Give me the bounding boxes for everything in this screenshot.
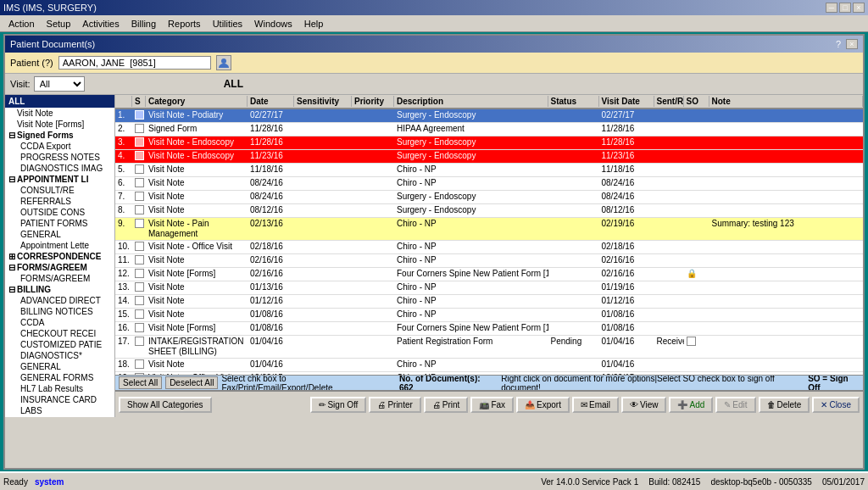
- app-close-button[interactable]: ×: [853, 3, 865, 13]
- row-num: 17.: [115, 336, 132, 358]
- sidebar-item-visit-note[interactable]: Visit Note: [5, 108, 114, 119]
- row-note: [709, 136, 864, 149]
- col-description[interactable]: Description: [394, 96, 548, 107]
- col-date[interactable]: Date: [248, 96, 294, 107]
- edit-button[interactable]: ✎ Edit: [715, 397, 755, 413]
- table-row[interactable]: 9. Visit Note - Pain Management 02/13/16…: [115, 218, 863, 241]
- sidebar-folder-appointment[interactable]: ⊟APPOINTMENT LI: [5, 174, 114, 185]
- sidebar-folder-billing[interactable]: ⊟BILLING: [5, 284, 114, 295]
- window-close-button[interactable]: ×: [846, 39, 858, 49]
- sign-off-button[interactable]: ✏ Sign Off: [310, 397, 366, 413]
- sidebar-item-forms2[interactable]: FORMS/AGREEM: [5, 273, 114, 284]
- sidebar-item-referrals[interactable]: REFERRALS: [5, 196, 114, 207]
- table-row[interactable]: 1. Visit Note - Podiatry 02/27/17 Surger…: [115, 109, 863, 123]
- row-category: Visit Note: [146, 359, 248, 371]
- table-row[interactable]: 7. Visit Note 08/24/16 Surgery - Endosco…: [115, 191, 863, 204]
- sidebar-item-outside-cons[interactable]: OUTSIDE CONS: [5, 207, 114, 218]
- menu-windows[interactable]: Windows: [249, 18, 298, 30]
- table-row[interactable]: 12. Visit Note [Forms] 02/16/16 Four Cor…: [115, 268, 863, 281]
- export-button[interactable]: 📤 Export: [516, 397, 570, 413]
- menu-billing[interactable]: Billing: [126, 18, 161, 30]
- sidebar-item-appt-letter[interactable]: Appointment Lette: [5, 240, 114, 251]
- sidebar-item-labs[interactable]: LABS: [5, 405, 114, 416]
- fax-button[interactable]: 📠 Fax: [470, 397, 514, 413]
- sidebar-item-general1[interactable]: GENERAL: [5, 229, 114, 240]
- sidebar-item-meaningful-use[interactable]: Meaningful Use: [5, 416, 114, 417]
- row-so[interactable]: [684, 336, 709, 358]
- menu-utilities[interactable]: Utilities: [208, 18, 248, 30]
- sidebar-item-diagnostics2[interactable]: DIAGNOSTICS*: [5, 350, 114, 361]
- view-button[interactable]: 👁 View: [621, 397, 667, 413]
- add-button[interactable]: ➕ Add: [669, 397, 713, 413]
- visit-select[interactable]: All: [34, 76, 85, 92]
- sidebar-item-visit-note-forms[interactable]: Visit Note [Forms]: [5, 119, 114, 130]
- show-all-categories-button[interactable]: Show All Categories: [119, 397, 212, 413]
- menu-help[interactable]: Help: [299, 18, 329, 30]
- status-build: Build: 082415: [648, 477, 700, 487]
- row-visit-date: 02/16/16: [599, 268, 654, 281]
- row-so: [684, 177, 709, 190]
- sidebar-item-customized[interactable]: CUSTOMIZED PATIE: [5, 339, 114, 350]
- sidebar-item-insurance-card[interactable]: INSURANCE CARD: [5, 394, 114, 405]
- restore-button[interactable]: □: [839, 3, 851, 13]
- sidebar-item-diagnostics-imag[interactable]: DIAGNOSTICS IMAG: [5, 163, 114, 174]
- help-button[interactable]: ?: [832, 39, 844, 49]
- menu-reports[interactable]: Reports: [163, 18, 206, 30]
- status-ready: Ready: [3, 477, 28, 487]
- close-button[interactable]: ✕ Close: [812, 397, 860, 413]
- table-row[interactable]: 17. INTAKE/REGISTRATION SHEET (BILLING) …: [115, 336, 863, 359]
- menu-action[interactable]: Action: [3, 18, 40, 30]
- sidebar-item-consult[interactable]: CONSULT/RE: [5, 185, 114, 196]
- col-sensitivity[interactable]: Sensitivity: [294, 96, 352, 107]
- sidebar-folder-signed-forms[interactable]: ⊟Signed Forms: [5, 130, 114, 141]
- sidebar-item-ccda[interactable]: CCDA: [5, 317, 114, 328]
- col-category[interactable]: Category: [146, 96, 248, 107]
- row-status: [548, 295, 599, 308]
- row-status: [548, 254, 599, 267]
- row-sensitivity: [294, 109, 352, 122]
- sidebar-item-progress-notes[interactable]: PROGRESS NOTES: [5, 152, 114, 163]
- row-description: Surgery - Endoscopy: [394, 191, 548, 203]
- deselect-all-button[interactable]: Deselect All: [165, 376, 218, 389]
- sidebar-item-ccda-export[interactable]: CCDA Export: [5, 141, 114, 152]
- sidebar-folder-correspondence[interactable]: ⊞CORRESPONDENCE: [5, 251, 114, 262]
- minimize-button[interactable]: ─: [826, 3, 837, 13]
- sidebar-folder-forms1[interactable]: ⊟FORMS/AGREEM: [5, 262, 114, 273]
- menu-activities[interactable]: Activities: [77, 18, 124, 30]
- table-row[interactable]: 2. Signed Form 11/28/16 HIPAA Agreement …: [115, 123, 863, 136]
- col-status[interactable]: Status: [548, 96, 599, 107]
- table-row[interactable]: 4. Visit Note - Endoscopy 11/23/16 Surge…: [115, 150, 863, 164]
- table-row[interactable]: 8. Visit Note 08/12/16 Surgery - Endosco…: [115, 204, 863, 218]
- table-row[interactable]: 14. Visit Note 01/12/16 Chiro - NP 01/12…: [115, 295, 863, 309]
- table-row[interactable]: 6. Visit Note 08/24/16 Chiro - NP 08/24/…: [115, 177, 863, 191]
- col-priority[interactable]: Priority: [352, 96, 394, 107]
- patient-field[interactable]: [58, 56, 211, 70]
- select-all-button[interactable]: Select All: [119, 376, 162, 389]
- menu-setup[interactable]: Setup: [42, 18, 76, 30]
- printer-button[interactable]: 🖨 Printer: [369, 397, 420, 413]
- print-button[interactable]: 🖨 Print: [424, 397, 469, 413]
- row-sent-rec: [654, 218, 684, 240]
- table-row[interactable]: 16. Visit Note [Forms] 01/08/16 Four Cor…: [115, 322, 863, 336]
- col-visit-date[interactable]: Visit Date: [599, 96, 654, 107]
- email-button[interactable]: ✉ Email: [572, 397, 619, 413]
- table-row[interactable]: 10. Visit Note - Office Visit 02/18/16 C…: [115, 241, 863, 254]
- sidebar-item-general-forms[interactable]: GENERAL FORMS: [5, 372, 114, 383]
- sidebar-item-checkout[interactable]: CHECKOUT RECEI: [5, 328, 114, 339]
- table-row[interactable]: 18. Visit Note 01/04/16 Chiro - NP 01/04…: [115, 359, 863, 372]
- patient-icon-button[interactable]: [216, 55, 231, 70]
- sidebar-item-hl7[interactable]: HL7 Lab Results: [5, 383, 114, 394]
- delete-button[interactable]: 🗑 Delete: [759, 397, 810, 413]
- sidebar-item-billing-notices[interactable]: BILLING NOTICES: [5, 306, 114, 317]
- col-sent-rec[interactable]: Sent/Rec: [654, 96, 684, 107]
- table-row[interactable]: 11. Visit Note 02/16/16 Chiro - NP 02/16…: [115, 254, 863, 268]
- row-date: 11/18/16: [248, 164, 294, 176]
- sidebar-item-all[interactable]: ALL: [5, 95, 114, 108]
- table-row[interactable]: 5. Visit Note 11/18/16 Chiro - NP 11/18/…: [115, 164, 863, 177]
- table-row[interactable]: 13. Visit Note 01/13/16 Chiro - NP 01/19…: [115, 281, 863, 295]
- table-row[interactable]: 15. Visit Note 01/08/16 Chiro - NP 01/08…: [115, 309, 863, 322]
- sidebar-item-advanced-direct[interactable]: ADVANCED DIRECT: [5, 295, 114, 306]
- table-row[interactable]: 3. Visit Note - Endoscopy 11/28/16 Surge…: [115, 136, 863, 150]
- sidebar-item-patient-forms[interactable]: PATIENT FORMS: [5, 218, 114, 229]
- sidebar-item-general2[interactable]: GENERAL: [5, 361, 114, 372]
